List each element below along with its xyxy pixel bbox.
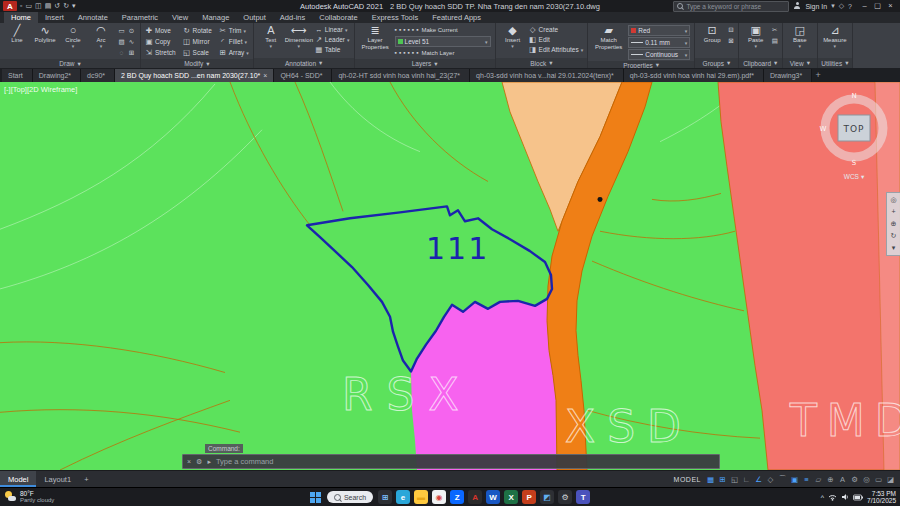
taskbar-app-icon[interactable]: ▬ xyxy=(414,490,428,504)
panel-label-draw[interactable]: Draw▾ xyxy=(0,59,140,68)
draw-mini-button[interactable]: ▨ xyxy=(117,37,126,47)
maximize-button[interactable]: ▢ xyxy=(871,0,884,12)
linetype-dropdown[interactable]: Continuous ▾ xyxy=(628,49,690,60)
file-tab[interactable]: qh-03-sdd vinh hoa v...hai 29.01.2024(te… xyxy=(470,69,624,82)
help-search-input[interactable]: Type a keyword or phrase xyxy=(673,1,789,12)
annotation-tool-button[interactable]: A Text ▾ xyxy=(258,24,284,49)
start-button[interactable] xyxy=(310,491,322,503)
chevron-down-icon[interactable]: ▾ xyxy=(831,2,835,10)
layer-state-button[interactable]: ▪ xyxy=(403,25,405,35)
layer-state-button[interactable]: ▪ xyxy=(408,25,410,35)
qat-button[interactable]: ↻ xyxy=(63,1,69,11)
annotation-small-button[interactable]: ↗ Leader ▾ xyxy=(315,35,350,44)
panel-label-properties[interactable]: Properties▾ xyxy=(588,61,694,68)
object-color-dropdown[interactable]: Red ▾ xyxy=(628,25,690,36)
layer-state-button[interactable]: ▪ xyxy=(399,48,401,58)
ribbon-tab[interactable]: Manage xyxy=(195,12,236,23)
clock[interactable]: 7:53 PM 7/10/2025 xyxy=(867,490,896,504)
layer-state-button[interactable]: ▪ xyxy=(403,48,405,58)
annotation-small-button[interactable]: ↔ Linear ▾ xyxy=(315,25,350,34)
modify-tool-button[interactable]: ◜ Fillet ▾ xyxy=(219,36,249,47)
draw-tool-button[interactable]: ○ Circle ▾ xyxy=(60,24,86,49)
group-mini-button[interactable]: ⊟ xyxy=(728,25,733,35)
layer-state-button[interactable]: ▪ xyxy=(412,25,414,35)
measure-button[interactable]: ⊿ Measure ▾ xyxy=(822,24,848,49)
paste-button[interactable]: ▣ Paste ▾ xyxy=(743,24,769,49)
match-properties-button[interactable]: ▰ Match Properties xyxy=(592,24,625,50)
draw-mini-button[interactable]: ⊞ xyxy=(127,48,136,58)
qat-button[interactable]: ↺ xyxy=(54,1,60,11)
status-toggle-icon[interactable]: ▦ xyxy=(705,475,716,484)
layer-dropdown[interactable]: Level 51 ▾ xyxy=(395,36,491,47)
customize-icon[interactable]: ⚙ xyxy=(196,458,202,466)
base-view-button[interactable]: ◲ Base ▾ xyxy=(787,24,813,49)
ribbon-tab[interactable]: Express Tools xyxy=(365,12,426,23)
draw-mini-button[interactable]: ◌ xyxy=(117,48,126,58)
taskbar-search[interactable]: Search xyxy=(327,491,373,503)
panel-label-layers[interactable]: Layers▾ xyxy=(355,59,495,68)
draw-tool-button[interactable]: ∿ Polyline xyxy=(32,24,58,49)
status-toggle-icon[interactable]: ▣ xyxy=(789,475,800,484)
app-store-icon[interactable]: ◇ xyxy=(839,2,844,10)
new-layout-button[interactable]: + xyxy=(79,471,93,487)
qat-button[interactable]: ◫ xyxy=(35,1,42,11)
qat-button[interactable]: ▫ xyxy=(20,1,22,11)
block-small-button[interactable]: ◨ Edit Attributes ▾ xyxy=(529,45,584,54)
ribbon-tab[interactable]: Home xyxy=(4,12,38,23)
insert-block-button[interactable]: ◆ Insert ▾ xyxy=(500,24,526,49)
modify-tool-button[interactable]: ✚ Move xyxy=(145,25,178,36)
layer-state-button[interactable]: ▪ xyxy=(408,48,410,58)
taskbar-app-icon[interactable]: A xyxy=(468,490,482,504)
modify-tool-button[interactable]: ◫ Mirror xyxy=(183,36,214,47)
navbar-tool-icon[interactable]: ▾ xyxy=(892,244,896,252)
weather-widget[interactable]: 80°F Partly cloudy xyxy=(5,490,54,504)
group-mini-button[interactable]: ⊠ xyxy=(728,36,733,46)
layer-state-button[interactable]: ▪ xyxy=(416,25,418,35)
close-button[interactable]: × xyxy=(884,0,897,12)
close-icon[interactable]: × xyxy=(263,72,267,79)
draw-mini-button[interactable]: ⊙ xyxy=(127,26,136,36)
wcs-dropdown[interactable]: WCS▾ xyxy=(816,173,892,181)
modify-tool-button[interactable]: ▣ Copy xyxy=(145,36,178,47)
taskbar-app-icon[interactable]: e xyxy=(396,490,410,504)
battery-icon[interactable] xyxy=(853,494,863,501)
file-tab[interactable]: 2 BD Quy hoach SDD ...en nam 2030(27.10*… xyxy=(115,69,274,82)
sign-in-button[interactable]: Sign In xyxy=(805,3,827,10)
status-toggle-icon[interactable]: ▭ xyxy=(873,475,884,484)
status-toggle-icon[interactable]: ◇ xyxy=(765,475,776,484)
layer-state-button[interactable]: ▪ xyxy=(412,48,414,58)
file-tab[interactable]: Start xyxy=(2,69,33,82)
layer-state-button[interactable]: ▪ xyxy=(395,25,397,35)
status-toggle-icon[interactable]: ⌒ xyxy=(777,474,788,484)
lineweight-dropdown[interactable]: 0.11 mm ▾ xyxy=(628,37,690,48)
layer-state-button[interactable]: ▪ xyxy=(416,48,418,58)
new-drawing-tab-button[interactable]: + xyxy=(812,69,824,82)
panel-label-utilities[interactable]: Utilities▾ xyxy=(818,58,852,68)
command-input[interactable]: Type a command xyxy=(216,457,274,466)
ribbon-tab[interactable]: Insert xyxy=(38,12,71,23)
taskbar-app-icon[interactable]: P xyxy=(522,490,536,504)
ribbon-tab[interactable]: Output xyxy=(236,12,273,23)
minimize-button[interactable]: – xyxy=(858,0,871,12)
draw-mini-button[interactable]: ▭ xyxy=(117,26,126,36)
wifi-icon[interactable] xyxy=(828,493,837,501)
panel-label-clipboard[interactable]: Clipboard▾ xyxy=(739,58,782,68)
layer-properties-button[interactable]: ≣ Layer Properties xyxy=(359,24,392,50)
panel-label-block[interactable]: Block▾ xyxy=(496,58,588,68)
draw-tool-button[interactable]: ╱ Line xyxy=(4,24,30,49)
panel-label-groups[interactable]: Groups▾ xyxy=(695,58,737,68)
taskbar-app-icon[interactable]: ⚙ xyxy=(558,490,572,504)
status-toggle-icon[interactable]: ≡ xyxy=(801,475,812,484)
drawing-canvas[interactable]: 111 RSX XSD TMD [-][Top][2D Wireframe] T… xyxy=(0,82,900,470)
viewport-controls[interactable]: [-][Top][2D Wireframe] xyxy=(4,85,77,94)
status-toggle-icon[interactable]: ⊕ xyxy=(825,475,836,484)
ribbon-tab[interactable]: Parametric xyxy=(115,12,165,23)
layer-state-button[interactable]: ▪ xyxy=(395,48,397,58)
status-toggle-icon[interactable]: ◎ xyxy=(861,475,872,484)
tray-expand-icon[interactable]: ^ xyxy=(821,494,824,501)
qat-button[interactable]: ▤ xyxy=(45,1,52,11)
file-tab[interactable]: Drawing3* xyxy=(764,69,812,82)
navbar-tool-icon[interactable]: ↻ xyxy=(891,232,897,240)
ribbon-tab[interactable]: Annotate xyxy=(71,12,115,23)
ribbon-tab[interactable]: Collaborate xyxy=(312,12,364,23)
